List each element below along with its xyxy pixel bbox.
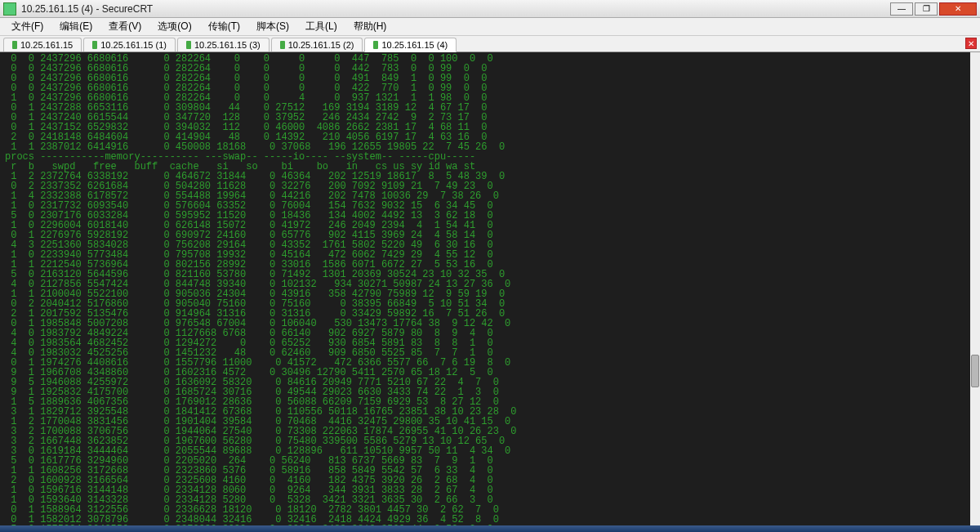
tab-label: 10.25.161.15 (2) — [288, 40, 354, 50]
session-tab[interactable]: 10.25.161.15 (3) — [177, 38, 270, 51]
tab-close-icon[interactable]: ✕ — [965, 38, 977, 49]
close-button[interactable]: ✕ — [939, 2, 977, 16]
menu-item[interactable]: 帮助(H) — [345, 18, 395, 35]
tab-bar: 10.25.161.1510.25.161.15 (1)10.25.161.15… — [0, 36, 980, 52]
menu-item[interactable]: 脚本(S) — [248, 18, 297, 35]
session-tab[interactable]: 10.25.161.15 (1) — [83, 38, 176, 51]
session-tab[interactable]: 10.25.161.15 — [3, 38, 82, 51]
tab-label: 10.25.161.15 (3) — [194, 40, 261, 50]
app-icon — [3, 2, 16, 16]
tab-status-icon — [280, 41, 285, 49]
window-title: 10.25.161.15 (4) - SecureCRT — [21, 3, 890, 15]
menu-item[interactable]: 查看(V) — [100, 18, 149, 35]
terminal-output: 0 0 2437296 6680616 0 282264 0 0 0 0 447… — [0, 52, 970, 525]
tab-status-icon — [92, 41, 97, 49]
tab-status-icon — [12, 41, 17, 49]
menu-item[interactable]: 工具(L) — [297, 18, 345, 35]
terminal-pane[interactable]: 0 0 2437296 6680616 0 282264 0 0 0 0 447… — [0, 52, 970, 525]
menu-item[interactable]: 传输(T) — [200, 18, 248, 35]
maximize-button[interactable]: ❐ — [915, 2, 938, 16]
vertical-scrollbar[interactable] — [970, 52, 980, 525]
menu-bar: 文件(F)编辑(E)查看(V)选项(O)传输(T)脚本(S)工具(L)帮助(H) — [0, 18, 980, 36]
tab-status-icon — [373, 41, 378, 49]
minimize-button[interactable]: — — [890, 2, 913, 16]
tab-label: 10.25.161.15 (1) — [100, 40, 167, 50]
menu-item[interactable]: 文件(F) — [3, 18, 51, 35]
session-tab[interactable]: 10.25.161.15 (2) — [271, 38, 363, 51]
tab-status-icon — [186, 41, 191, 49]
session-tab[interactable]: 10.25.161.15 (4) — [364, 38, 457, 52]
taskbar — [0, 525, 980, 532]
scrollbar-thumb[interactable] — [971, 355, 979, 387]
tab-label: 10.25.161.15 — [20, 40, 73, 50]
tab-label: 10.25.161.15 (4) — [381, 40, 448, 50]
menu-item[interactable]: 编辑(E) — [51, 18, 100, 35]
menu-item[interactable]: 选项(O) — [149, 18, 199, 35]
